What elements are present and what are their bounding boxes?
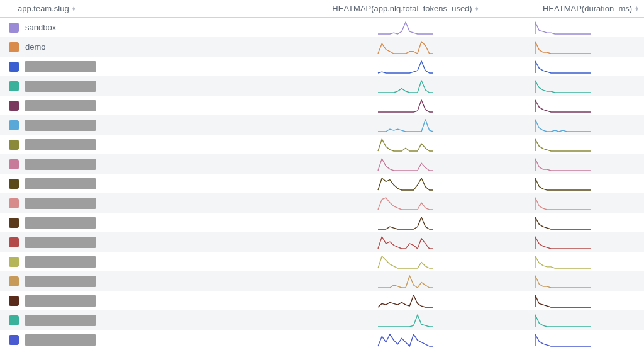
- column-header-tokens[interactable]: HEATMAP(app.nlq.total_tokens_used) ▲▼: [277, 4, 535, 13]
- team-cell: sandbox: [0, 23, 277, 33]
- team-cell: [0, 120, 277, 131]
- color-swatch: [9, 257, 19, 267]
- table-row[interactable]: [0, 174, 644, 193]
- column-header-duration[interactable]: HEATMAP(duration_ms) ▲▼: [535, 4, 644, 13]
- color-swatch: [9, 120, 19, 130]
- table-row[interactable]: [0, 96, 644, 115]
- color-swatch: [9, 179, 19, 189]
- team-label: demo: [25, 42, 46, 52]
- redacted-label: [25, 159, 96, 170]
- sparkline-tokens: [277, 274, 535, 288]
- team-cell: [0, 178, 277, 189]
- color-swatch: [9, 198, 19, 208]
- table-row[interactable]: [0, 252, 644, 271]
- team-cell: [0, 100, 277, 111]
- color-swatch: [9, 81, 19, 91]
- sparkline-tokens: [277, 138, 535, 152]
- table-row[interactable]: [0, 154, 644, 174]
- team-cell: [0, 61, 277, 72]
- sparkline-duration: [535, 313, 644, 327]
- table-row[interactable]: [0, 76, 644, 96]
- color-swatch: [9, 296, 19, 306]
- results-table: app.team.slug ▲▼ HEATMAP(app.nlq.total_t…: [0, 0, 644, 349]
- sparkline-duration: [535, 157, 644, 171]
- sparkline-tokens: [277, 60, 535, 74]
- sparkline-duration: [535, 333, 644, 347]
- table-row[interactable]: [0, 232, 644, 252]
- redacted-label: [25, 276, 96, 287]
- sparkline-duration: [535, 79, 644, 93]
- color-swatch: [9, 140, 19, 150]
- sparkline-duration: [535, 274, 644, 288]
- sort-icon[interactable]: ▲▼: [475, 6, 479, 11]
- table-row[interactable]: [0, 213, 644, 232]
- color-swatch: [9, 159, 19, 169]
- team-cell: [0, 217, 277, 229]
- sparkline-tokens: [277, 196, 535, 210]
- table-row[interactable]: [0, 291, 644, 310]
- color-swatch: [9, 101, 19, 111]
- sparkline-duration: [535, 255, 644, 269]
- redacted-label: [25, 81, 96, 92]
- sparkline-tokens: [277, 313, 535, 327]
- team-cell: [0, 276, 277, 287]
- table-row[interactable]: [0, 310, 644, 330]
- redacted-label: [25, 61, 96, 72]
- redacted-label: [25, 139, 96, 150]
- team-cell: [0, 198, 277, 209]
- redacted-label: [25, 100, 96, 111]
- sparkline-tokens: [277, 99, 535, 113]
- redacted-label: [25, 256, 96, 268]
- team-cell: [0, 334, 277, 346]
- color-swatch: [9, 218, 19, 228]
- team-cell: [0, 81, 277, 92]
- sparkline-duration: [535, 99, 644, 113]
- sparkline-duration: [535, 177, 644, 191]
- table-row[interactable]: [0, 193, 644, 213]
- redacted-label: [25, 178, 96, 189]
- table-row[interactable]: [0, 135, 644, 154]
- team-cell: [0, 295, 277, 307]
- sparkline-tokens: [277, 79, 535, 93]
- redacted-label: [25, 295, 96, 307]
- color-swatch: [9, 62, 19, 72]
- sparkline-duration: [535, 235, 644, 249]
- sparkline-tokens: [277, 294, 535, 308]
- team-cell: [0, 159, 277, 170]
- column-header-label: HEATMAP(app.nlq.total_tokens_used): [332, 4, 472, 13]
- team-cell: [0, 139, 277, 150]
- color-swatch: [9, 335, 19, 345]
- sparkline-tokens: [277, 118, 535, 132]
- sparkline-duration: [535, 294, 644, 308]
- sparkline-tokens: [277, 21, 535, 35]
- team-label: sandbox: [25, 23, 56, 32]
- sparkline-tokens: [277, 177, 535, 191]
- team-cell: [0, 256, 277, 268]
- color-swatch: [9, 237, 19, 247]
- table-row[interactable]: [0, 271, 644, 291]
- column-header-label: app.team.slug: [18, 4, 69, 13]
- redacted-label: [25, 198, 96, 209]
- sort-icon[interactable]: ▲▼: [72, 6, 76, 11]
- color-swatch: [9, 276, 19, 286]
- sparkline-tokens: [277, 157, 535, 171]
- table-header-row: app.team.slug ▲▼ HEATMAP(app.nlq.total_t…: [0, 0, 644, 18]
- sort-icon[interactable]: ▲▼: [635, 6, 639, 11]
- table-row[interactable]: sandbox: [0, 18, 644, 37]
- sparkline-tokens: [277, 255, 535, 269]
- table-row[interactable]: [0, 57, 644, 76]
- table-body: sandbox demo: [0, 18, 644, 349]
- table-row[interactable]: demo: [0, 37, 644, 57]
- color-swatch: [9, 42, 19, 52]
- color-swatch: [9, 315, 19, 325]
- team-cell: [0, 237, 277, 248]
- column-header-team[interactable]: app.team.slug ▲▼: [0, 4, 277, 13]
- table-row[interactable]: [0, 330, 644, 349]
- column-header-label: HEATMAP(duration_ms): [543, 4, 632, 13]
- team-cell: [0, 315, 277, 326]
- sparkline-duration: [535, 216, 644, 230]
- sparkline-duration: [535, 60, 644, 74]
- sparkline-duration: [535, 40, 644, 54]
- table-row[interactable]: [0, 115, 644, 135]
- redacted-label: [25, 315, 96, 326]
